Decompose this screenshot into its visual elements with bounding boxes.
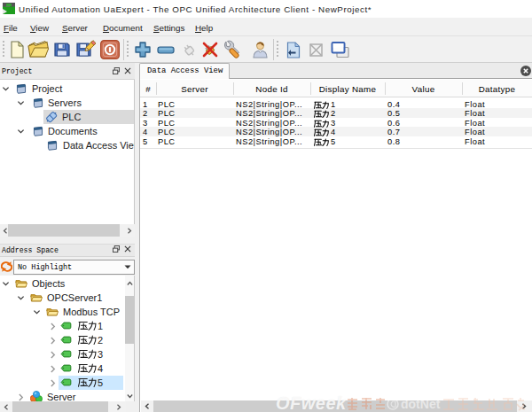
svg-text:dotNet: dotNet [401,397,441,411]
